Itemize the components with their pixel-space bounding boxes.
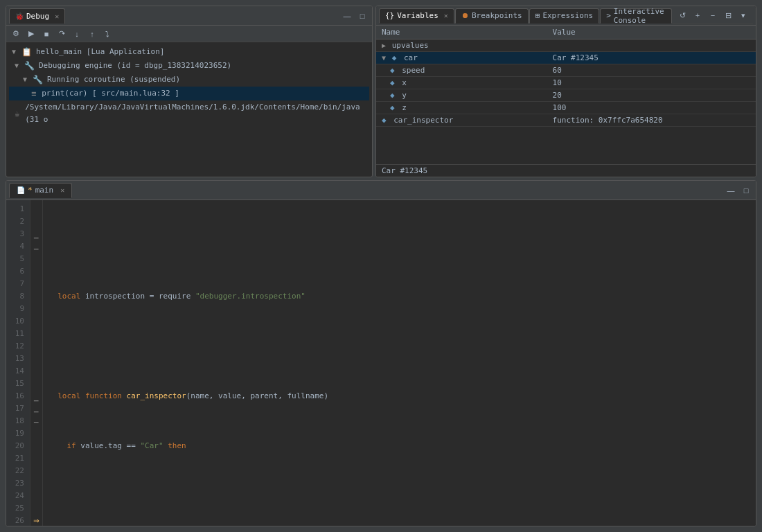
- var-row-car[interactable]: ▼ ◆ car Car #12345: [376, 52, 756, 64]
- var-name-car-inspector: ◆ car_inspector: [376, 114, 547, 127]
- collapse-minus-5[interactable]: −: [34, 244, 39, 254]
- maximize-btn[interactable]: □: [355, 9, 369, 23]
- code-span: require: [159, 290, 190, 303]
- var-row-x[interactable]: ◆ x 10: [376, 77, 756, 89]
- tree-icon-app: 📋: [21, 46, 32, 58]
- tab-interactive-console[interactable]: > Interactive Console: [600, 8, 672, 24]
- gutter-18: [30, 384, 42, 396]
- tab-expressions-label: Expressions: [542, 11, 593, 20]
- gutter-21[interactable]: −: [30, 417, 42, 428]
- code-line-5: if value.tag == "Car" then: [48, 440, 750, 452]
- editor-tab-label: main: [35, 186, 54, 195]
- tree-item-hello-main[interactable]: ▼ 📋 hello_main [Lua Application]: [9, 45, 369, 59]
- x-label: x: [402, 78, 407, 87]
- col-value: Value: [547, 26, 756, 39]
- gutter-8: [30, 276, 42, 287]
- var-status-text: Car #12345: [382, 166, 427, 175]
- line-numbers: 1 2 3 4 5 6 7 8 9 10 11 12 13 14 15 16 1…: [6, 200, 30, 526]
- var-row-y[interactable]: ◆ y 20: [376, 89, 756, 102]
- tree-label-print-car: print(car) [ src/main.lua:32 ]: [42, 87, 179, 100]
- var-menu-btn[interactable]: ▾: [736, 8, 750, 22]
- tab-main[interactable]: 📄 *main ✕: [9, 183, 72, 198]
- code-line-1: [48, 240, 750, 253]
- editor-tab-close[interactable]: ✕: [60, 186, 64, 194]
- var-refresh-btn[interactable]: ↺: [675, 8, 689, 22]
- tree-item-coroutine[interactable]: ▼ 🔧 Running coroutine (suspended): [9, 73, 369, 87]
- debug-stop-btn[interactable]: ■: [39, 27, 53, 41]
- var-icon-y: ◆: [390, 91, 395, 100]
- speed-label: speed: [402, 66, 425, 75]
- var-table: Name Value ▶ upvalues: [376, 26, 756, 164]
- tree-item-jvm[interactable]: ☕ /System/Library/Java/JavaVirtualMachin…: [9, 100, 369, 127]
- debug-step-over-btn[interactable]: ↷: [55, 27, 69, 41]
- var-collapse-btn[interactable]: ⊟: [721, 8, 735, 22]
- collapse-minus-20[interactable]: −: [34, 407, 39, 417]
- debug-settings-btn[interactable]: ⚙: [9, 27, 23, 41]
- gutter-19[interactable]: −: [30, 396, 42, 407]
- debug-step-out-btn[interactable]: ↑: [85, 27, 99, 41]
- gutter-22: [30, 428, 42, 439]
- editor-maximize-btn[interactable]: □: [739, 184, 753, 197]
- gutter-5[interactable]: −: [30, 244, 42, 255]
- code-span: [163, 440, 168, 452]
- editor-minimize-btn[interactable]: —: [724, 184, 738, 197]
- var-remove-btn[interactable]: −: [706, 8, 720, 22]
- editor-tab-icon: 📄: [17, 186, 25, 194]
- tab-breakpoints[interactable]: ⏺ Breakpoints: [455, 8, 529, 24]
- tab-variables[interactable]: {} Variables ✕: [379, 8, 454, 24]
- code-span: [122, 390, 127, 402]
- minimize-btn[interactable]: —: [340, 9, 354, 23]
- tab-expressions[interactable]: ⊞ Expressions: [529, 8, 599, 24]
- code-span: [190, 290, 195, 303]
- tree-icon-print: ≡: [31, 87, 36, 100]
- tab-debug[interactable]: 🐞 Debug ✕: [9, 8, 65, 24]
- code-str: "Car": [140, 440, 163, 452]
- debug-resume-btn[interactable]: ▶: [24, 27, 38, 41]
- var-add-btn[interactable]: +: [691, 8, 705, 22]
- editor-tab-dirty: *: [28, 186, 33, 195]
- tree-label-jvm: /System/Library/Java/JavaVirtualMachines…: [25, 101, 366, 126]
- variables-panel: {} Variables ✕ ⏺ Breakpoints ⊞ Expressio…: [375, 6, 756, 177]
- tab-variables-label: Variables: [397, 11, 438, 20]
- debug-step-into-btn[interactable]: ↓: [70, 27, 84, 41]
- var-val-x: 10: [547, 77, 756, 89]
- tree-label-coroutine: Running coroutine (suspended): [47, 73, 180, 86]
- tab-variables-close[interactable]: ✕: [444, 12, 448, 19]
- tree-label-engine: Debugging engine (id = dbgp_138321402365…: [39, 60, 231, 72]
- gutter-20[interactable]: −: [30, 406, 42, 417]
- tree-arrow-engine: ▼: [15, 60, 21, 72]
- var-row-speed[interactable]: ◆ speed 60: [376, 64, 756, 77]
- tab-debug-close[interactable]: ✕: [55, 12, 59, 20]
- gutter-27: [30, 482, 42, 493]
- var-name-upvalues: ▶ upvalues: [376, 39, 547, 52]
- var-row-upvalues[interactable]: ▶ upvalues: [376, 39, 756, 52]
- gutter-7: [30, 265, 42, 276]
- gutter-4[interactable]: −: [30, 233, 42, 244]
- var-panel-tabs: {} Variables ✕ ⏺ Breakpoints ⊞ Expressio…: [376, 6, 756, 26]
- var-name-z: ◆ z: [376, 102, 547, 114]
- debug-tree: ▼ 📋 hello_main [Lua Application] ▼ 🔧 Deb…: [6, 42, 372, 177]
- tab-console-icon: >: [606, 11, 611, 20]
- var-val-y: 20: [547, 89, 756, 102]
- gutter-12: [30, 319, 42, 330]
- collapse-minus-19[interactable]: −: [34, 396, 39, 406]
- gutter-10: [30, 298, 42, 309]
- var-name-x: ◆ x: [376, 77, 547, 89]
- var-arrow-upvalues: ▶: [382, 42, 386, 49]
- collapse-minus-21[interactable]: −: [34, 417, 39, 427]
- collapse-minus-4[interactable]: −: [34, 233, 39, 243]
- var-val-upvalues: [547, 39, 756, 52]
- tree-item-engine[interactable]: ▼ 🔧 Debugging engine (id = dbgp_13832140…: [9, 59, 369, 73]
- var-row-z[interactable]: ◆ z 100: [376, 102, 756, 114]
- debug-drop-frame-btn[interactable]: ⤵: [100, 27, 114, 41]
- gutter-29: [30, 504, 42, 515]
- code-span: introspection =: [80, 290, 159, 303]
- var-name-y: ◆ y: [376, 89, 547, 102]
- var-row-car-inspector[interactable]: ◆ car_inspector function: 0x7ffc7a654820: [376, 114, 756, 127]
- gutter-17: [30, 374, 42, 385]
- tree-item-print-car[interactable]: ≡ print(car) [ src/main.lua:32 ]: [9, 87, 369, 100]
- code-area[interactable]: local introspection = require "debugger.…: [43, 200, 756, 526]
- tab-breakpoints-label: Breakpoints: [472, 11, 522, 20]
- tree-icon-jvm: ☕: [15, 107, 19, 120]
- kw-local: local: [57, 290, 80, 303]
